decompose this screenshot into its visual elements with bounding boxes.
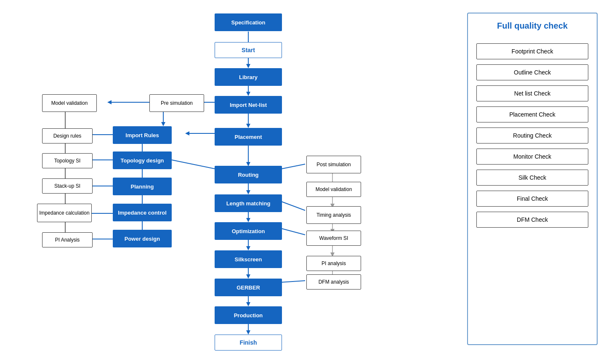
svg-marker-7 xyxy=(246,124,250,128)
silkscreen-box: Silkscreen xyxy=(215,250,282,268)
svg-marker-13 xyxy=(246,218,250,222)
silk-check-item[interactable]: Silk Check xyxy=(476,170,588,186)
svg-marker-27 xyxy=(161,122,165,126)
topology-si-box: Topology SI xyxy=(42,153,93,168)
optimization-box: Optimization xyxy=(215,222,282,240)
specification-box: Specification xyxy=(215,13,282,31)
quality-check-items: Footprint Check Outline Check Net list C… xyxy=(468,39,597,232)
footprint-check-item[interactable]: Footprint Check xyxy=(476,43,588,59)
svg-marker-5 xyxy=(246,92,250,96)
waveform-si-box: Waveform SI xyxy=(306,231,361,246)
quality-check-title: Full quality check xyxy=(468,13,597,35)
monitor-check-item[interactable]: Monitor Check xyxy=(476,149,588,165)
topology-design-box: Topology design xyxy=(113,151,172,169)
final-check-item[interactable]: Final Check xyxy=(476,191,588,207)
svg-marker-19 xyxy=(246,302,250,306)
model-validation-left-box: Model validation xyxy=(42,94,97,112)
pi-analysis-left-box: PI Analysis xyxy=(42,232,93,247)
import-netlist-box: Import Net-list xyxy=(215,96,282,114)
planning-box: Planning xyxy=(113,178,172,195)
svg-marker-29 xyxy=(185,131,189,136)
power-design-box: Power design xyxy=(113,230,172,247)
model-validation-right-box: Model validation xyxy=(306,182,361,197)
dfm-analysis-box: DFM analysis xyxy=(306,274,361,290)
design-rules-box: Design rules xyxy=(42,128,93,143)
placement-check-item[interactable]: Placement Check xyxy=(476,106,588,122)
length-matching-box: Length matching xyxy=(215,194,282,212)
finish-box: Finish xyxy=(215,335,282,351)
timing-analysis-box: Timing analysis xyxy=(306,206,361,224)
svg-marker-17 xyxy=(246,274,250,279)
dfm-check-item[interactable]: DFM Check xyxy=(476,212,588,228)
pre-simulation-box: Pre simulation xyxy=(149,94,204,112)
svg-marker-15 xyxy=(246,246,250,250)
library-box: Library xyxy=(215,68,282,86)
impedance-control-box: Impedance control xyxy=(113,204,172,221)
svg-marker-11 xyxy=(246,190,250,194)
post-simulation-box: Post simulation xyxy=(306,156,361,173)
netlist-check-item[interactable]: Net list Check xyxy=(476,85,588,101)
impedance-calc-box: Impedance calculation xyxy=(37,204,92,222)
svg-marker-25 xyxy=(107,100,112,104)
svg-marker-3 xyxy=(246,64,250,68)
diagram-container: Specification Start Library Import Net-l… xyxy=(0,0,606,364)
routing-check-item[interactable]: Routing Check xyxy=(476,128,588,143)
start-box: Start xyxy=(215,42,282,58)
quality-check-panel: Full quality check Footprint Check Outli… xyxy=(467,13,598,345)
gerber-box: GERBER xyxy=(215,279,282,296)
routing-box: Routing xyxy=(215,166,282,183)
placement-box: Placement xyxy=(215,128,282,146)
import-rules-box: Import Rules xyxy=(113,126,172,144)
svg-marker-21 xyxy=(246,330,250,335)
production-box: Production xyxy=(215,306,282,324)
outline-check-item[interactable]: Outline Check xyxy=(476,64,588,80)
pi-analysis-right-box: PI analysis xyxy=(306,256,361,271)
stack-up-si-box: Stack-up SI xyxy=(42,178,93,194)
